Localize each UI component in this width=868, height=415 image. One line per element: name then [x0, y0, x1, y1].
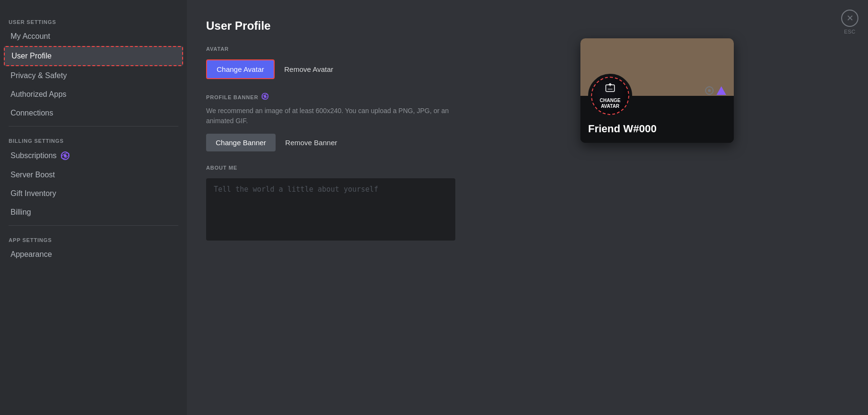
about-me-textarea[interactable] — [206, 178, 455, 241]
profile-avatar[interactable]: CHANGEAVATAR — [588, 74, 632, 118]
user-settings-label: USER SETTINGS — [4, 12, 183, 27]
sidebar-divider-1 — [9, 126, 178, 127]
page-title: User Profile — [206, 19, 849, 33]
sidebar-item-user-profile[interactable]: User Profile — [4, 46, 183, 66]
avatar-section-label: AVATAR — [206, 46, 849, 52]
sidebar-item-label: Server Boost — [11, 171, 55, 179]
sidebar-item-label: My Account — [11, 32, 50, 41]
sidebar-item-label: User Profile — [12, 52, 52, 60]
profile-card: CHANGEAVATAR Friend W#000 — [580, 38, 734, 143]
sidebar-item-appearance[interactable]: Appearance — [4, 245, 183, 264]
change-avatar-overlay[interactable]: CHANGEAVATAR — [591, 77, 629, 115]
sidebar-item-server-boost[interactable]: Server Boost — [4, 166, 183, 184]
remove-banner-button[interactable]: Remove Banner — [283, 134, 339, 151]
sidebar-item-gift-inventory[interactable]: Gift Inventory — [4, 184, 183, 203]
svg-point-1 — [64, 154, 67, 157]
app-settings-label: APP SETTINGS — [4, 230, 183, 245]
svg-point-4 — [264, 95, 266, 98]
billing-settings-label: BILLING SETTINGS — [4, 130, 183, 146]
change-avatar-button[interactable]: Change Avatar — [206, 59, 275, 79]
sidebar-item-connections[interactable]: Connections — [4, 104, 183, 122]
sidebar-item-label: Gift Inventory — [11, 189, 56, 198]
sidebar: USER SETTINGS My Account User Profile Pr… — [0, 0, 187, 415]
sidebar-item-subscriptions[interactable]: Subscriptions — [4, 146, 183, 165]
sidebar-item-label: Connections — [11, 109, 53, 117]
sidebar-item-privacy-safety[interactable]: Privacy & Safety — [4, 67, 183, 85]
triangle-icon — [717, 86, 726, 95]
sidebar-item-billing[interactable]: Billing — [4, 203, 183, 221]
close-btn-wrapper: ✕ ESC — [841, 10, 858, 35]
remove-avatar-button[interactable]: Remove Avatar — [282, 60, 335, 78]
sidebar-item-authorized-apps[interactable]: Authorized Apps — [4, 85, 183, 104]
sidebar-item-label: Privacy & Safety — [11, 71, 67, 80]
nitro-boost-icon — [60, 151, 70, 161]
profile-card-username: Friend W#000 — [588, 123, 726, 135]
sidebar-divider-2 — [9, 225, 178, 226]
sidebar-item-my-account[interactable]: My Account — [4, 27, 183, 46]
main-content: User Profile AVATAR Change Avatar Remove… — [187, 0, 868, 415]
about-me-section-label: ABOUT ME — [206, 165, 849, 171]
close-btn-label: ESC — [844, 29, 856, 35]
sidebar-item-label: Billing — [11, 208, 31, 217]
upload-icon — [605, 83, 615, 96]
close-button[interactable]: ✕ — [841, 10, 858, 27]
change-avatar-overlay-text: CHANGEAVATAR — [600, 98, 620, 109]
profile-card-body: CHANGEAVATAR Friend W#000 — [580, 96, 734, 143]
sidebar-item-label: Authorized Apps — [11, 90, 67, 99]
change-banner-button[interactable]: Change Banner — [206, 134, 276, 151]
profile-banner-section-label: PROFILE BANNER — [206, 94, 258, 100]
profile-card-icons — [705, 86, 726, 95]
avatar-button-row: Change Avatar Remove Avatar — [206, 59, 849, 79]
sidebar-item-label: Subscriptions — [11, 151, 57, 160]
orbit-icon — [705, 86, 714, 95]
profile-banner-row: PROFILE BANNER — [206, 92, 849, 102]
profile-card-preview: CHANGEAVATAR Friend W#000 — [580, 38, 734, 143]
banner-button-row: Change Banner Remove Banner — [206, 134, 849, 151]
sidebar-item-label: Appearance — [11, 250, 52, 259]
profile-banner-desc: We recommend an image of at least 600x24… — [206, 106, 455, 126]
nitro-icon — [261, 92, 269, 102]
